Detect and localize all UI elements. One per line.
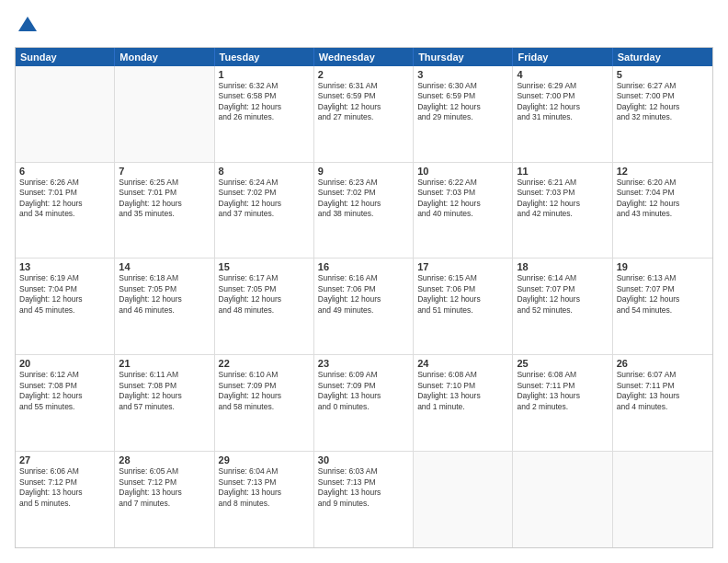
- cell-daylight-info: Sunrise: 6:30 AM Sunset: 6:59 PM Dayligh…: [417, 81, 508, 123]
- calendar-cell: 4Sunrise: 6:29 AM Sunset: 7:00 PM Daylig…: [513, 66, 612, 162]
- cell-date-number: 26: [617, 358, 709, 369]
- calendar-body: 1Sunrise: 6:32 AM Sunset: 6:58 PM Daylig…: [16, 66, 712, 547]
- cell-date-number: 6: [19, 166, 110, 177]
- cell-date-number: 24: [417, 358, 508, 369]
- calendar-cell: 23Sunrise: 6:09 AM Sunset: 7:09 PM Dayli…: [314, 355, 414, 451]
- day-header-wednesday: Wednesday: [314, 48, 414, 66]
- calendar-cell: 24Sunrise: 6:08 AM Sunset: 7:10 PM Dayli…: [414, 355, 513, 451]
- cell-daylight-info: Sunrise: 6:20 AM Sunset: 7:04 PM Dayligh…: [617, 178, 709, 220]
- cell-date-number: 23: [318, 358, 409, 369]
- cell-date-number: 16: [318, 261, 409, 272]
- calendar-cell: 20Sunrise: 6:12 AM Sunset: 7:08 PM Dayli…: [16, 355, 115, 451]
- cell-daylight-info: Sunrise: 6:18 AM Sunset: 7:05 PM Dayligh…: [119, 273, 210, 316]
- calendar-week-3: 13Sunrise: 6:19 AM Sunset: 7:04 PM Dayli…: [16, 258, 712, 354]
- cell-date-number: 2: [318, 69, 409, 80]
- cell-date-number: 8: [219, 166, 310, 177]
- cell-date-number: 29: [219, 454, 310, 465]
- cell-daylight-info: Sunrise: 6:07 AM Sunset: 7:11 PM Dayligh…: [617, 370, 709, 412]
- cell-daylight-info: Sunrise: 6:09 AM Sunset: 7:09 PM Dayligh…: [318, 370, 409, 412]
- calendar-cell: 11Sunrise: 6:21 AM Sunset: 7:03 PM Dayli…: [513, 163, 612, 259]
- cell-date-number: 11: [517, 166, 608, 177]
- calendar-cell: [414, 452, 513, 547]
- cell-date-number: 9: [318, 166, 409, 177]
- cell-date-number: 18: [517, 261, 608, 272]
- calendar-cell: [16, 66, 115, 162]
- calendar-week-4: 20Sunrise: 6:12 AM Sunset: 7:08 PM Dayli…: [16, 354, 712, 451]
- cell-daylight-info: Sunrise: 6:17 AM Sunset: 7:05 PM Dayligh…: [219, 273, 310, 316]
- calendar: SundayMondayTuesdayWednesdayThursdayFrid…: [15, 47, 713, 548]
- calendar-cell: 2Sunrise: 6:31 AM Sunset: 6:59 PM Daylig…: [314, 66, 414, 162]
- cell-daylight-info: Sunrise: 6:25 AM Sunset: 7:01 PM Dayligh…: [119, 178, 210, 220]
- cell-daylight-info: Sunrise: 6:29 AM Sunset: 7:00 PM Dayligh…: [517, 81, 608, 123]
- calendar-cell: 7Sunrise: 6:25 AM Sunset: 7:01 PM Daylig…: [115, 163, 214, 259]
- calendar-cell: 9Sunrise: 6:23 AM Sunset: 7:02 PM Daylig…: [314, 163, 414, 259]
- cell-date-number: 7: [119, 166, 210, 177]
- cell-daylight-info: Sunrise: 6:08 AM Sunset: 7:10 PM Dayligh…: [417, 370, 508, 412]
- calendar-cell: 5Sunrise: 6:27 AM Sunset: 7:00 PM Daylig…: [613, 66, 712, 162]
- cell-daylight-info: Sunrise: 6:21 AM Sunset: 7:03 PM Dayligh…: [517, 178, 608, 220]
- cell-date-number: 28: [119, 454, 210, 465]
- cell-date-number: 4: [517, 69, 608, 80]
- calendar-cell: 30Sunrise: 6:03 AM Sunset: 7:13 PM Dayli…: [314, 452, 414, 547]
- cell-date-number: 25: [517, 358, 608, 369]
- cell-daylight-info: Sunrise: 6:13 AM Sunset: 7:07 PM Dayligh…: [617, 273, 709, 316]
- header: [15, 15, 713, 38]
- cell-daylight-info: Sunrise: 6:15 AM Sunset: 7:06 PM Dayligh…: [417, 273, 508, 316]
- calendar-cell: 27Sunrise: 6:06 AM Sunset: 7:12 PM Dayli…: [16, 452, 115, 547]
- day-header-thursday: Thursday: [414, 48, 513, 66]
- cell-date-number: 5: [617, 69, 709, 80]
- calendar-cell: 26Sunrise: 6:07 AM Sunset: 7:11 PM Dayli…: [613, 355, 712, 451]
- calendar-cell: 12Sunrise: 6:20 AM Sunset: 7:04 PM Dayli…: [613, 163, 712, 259]
- calendar-cell: 10Sunrise: 6:22 AM Sunset: 7:03 PM Dayli…: [414, 163, 513, 259]
- calendar-cell: 29Sunrise: 6:04 AM Sunset: 7:13 PM Dayli…: [215, 452, 314, 547]
- calendar-cell: 21Sunrise: 6:11 AM Sunset: 7:08 PM Dayli…: [115, 355, 214, 451]
- cell-daylight-info: Sunrise: 6:23 AM Sunset: 7:02 PM Dayligh…: [318, 178, 409, 220]
- day-header-saturday: Saturday: [613, 48, 712, 66]
- calendar-cell: 22Sunrise: 6:10 AM Sunset: 7:09 PM Dayli…: [215, 355, 314, 451]
- calendar-cell: 13Sunrise: 6:19 AM Sunset: 7:04 PM Dayli…: [16, 259, 115, 354]
- calendar-cell: [115, 66, 214, 162]
- calendar-cell: [513, 452, 612, 547]
- calendar-cell: 8Sunrise: 6:24 AM Sunset: 7:02 PM Daylig…: [215, 163, 314, 259]
- cell-date-number: 20: [19, 358, 110, 369]
- cell-date-number: 22: [219, 358, 310, 369]
- cell-date-number: 13: [19, 261, 110, 272]
- cell-daylight-info: Sunrise: 6:08 AM Sunset: 7:11 PM Dayligh…: [517, 370, 608, 412]
- cell-daylight-info: Sunrise: 6:11 AM Sunset: 7:08 PM Dayligh…: [119, 370, 210, 412]
- logo: [15, 15, 39, 38]
- calendar-cell: 16Sunrise: 6:16 AM Sunset: 7:06 PM Dayli…: [314, 259, 414, 354]
- day-header-friday: Friday: [513, 48, 612, 66]
- calendar-cell: 28Sunrise: 6:05 AM Sunset: 7:12 PM Dayli…: [115, 452, 214, 547]
- calendar-cell: 25Sunrise: 6:08 AM Sunset: 7:11 PM Dayli…: [513, 355, 612, 451]
- cell-daylight-info: Sunrise: 6:05 AM Sunset: 7:12 PM Dayligh…: [119, 466, 210, 509]
- calendar-cell: 3Sunrise: 6:30 AM Sunset: 6:59 PM Daylig…: [414, 66, 513, 162]
- day-header-sunday: Sunday: [16, 48, 115, 66]
- cell-date-number: 1: [219, 69, 310, 80]
- cell-daylight-info: Sunrise: 6:22 AM Sunset: 7:03 PM Dayligh…: [417, 178, 508, 220]
- calendar-cell: 17Sunrise: 6:15 AM Sunset: 7:06 PM Dayli…: [414, 259, 513, 354]
- cell-date-number: 3: [417, 69, 508, 80]
- cell-date-number: 15: [219, 261, 310, 272]
- cell-daylight-info: Sunrise: 6:12 AM Sunset: 7:08 PM Dayligh…: [19, 370, 110, 412]
- calendar-week-1: 1Sunrise: 6:32 AM Sunset: 6:58 PM Daylig…: [16, 66, 712, 162]
- calendar-cell: 18Sunrise: 6:14 AM Sunset: 7:07 PM Dayli…: [513, 259, 612, 354]
- cell-daylight-info: Sunrise: 6:19 AM Sunset: 7:04 PM Dayligh…: [19, 273, 110, 316]
- cell-daylight-info: Sunrise: 6:27 AM Sunset: 7:00 PM Dayligh…: [617, 81, 709, 123]
- logo-icon: [17, 15, 39, 33]
- cell-daylight-info: Sunrise: 6:06 AM Sunset: 7:12 PM Dayligh…: [19, 466, 110, 509]
- cell-daylight-info: Sunrise: 6:16 AM Sunset: 7:06 PM Dayligh…: [318, 273, 409, 316]
- cell-daylight-info: Sunrise: 6:03 AM Sunset: 7:13 PM Dayligh…: [318, 466, 409, 509]
- calendar-cell: 14Sunrise: 6:18 AM Sunset: 7:05 PM Dayli…: [115, 259, 214, 354]
- cell-date-number: 27: [19, 454, 110, 465]
- calendar-week-5: 27Sunrise: 6:06 AM Sunset: 7:12 PM Dayli…: [16, 451, 712, 547]
- day-header-tuesday: Tuesday: [215, 48, 314, 66]
- cell-date-number: 21: [119, 358, 210, 369]
- cell-date-number: 19: [617, 261, 709, 272]
- calendar-header-row: SundayMondayTuesdayWednesdayThursdayFrid…: [16, 48, 712, 66]
- day-header-monday: Monday: [115, 48, 214, 66]
- page: SundayMondayTuesdayWednesdayThursdayFrid…: [0, 0, 728, 563]
- calendar-cell: 15Sunrise: 6:17 AM Sunset: 7:05 PM Dayli…: [215, 259, 314, 354]
- calendar-cell: 1Sunrise: 6:32 AM Sunset: 6:58 PM Daylig…: [215, 66, 314, 162]
- cell-date-number: 12: [617, 166, 709, 177]
- cell-date-number: 17: [417, 261, 508, 272]
